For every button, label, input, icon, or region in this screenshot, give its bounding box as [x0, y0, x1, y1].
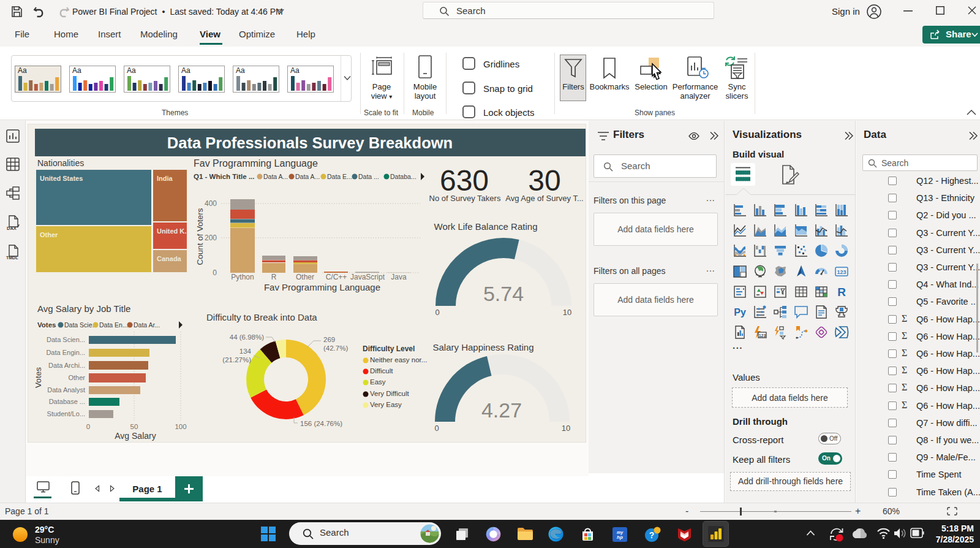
svg-text:Student/Lo...: Student/Lo...	[47, 410, 85, 417]
svg-text:Data Engin...: Data Engin...	[46, 349, 85, 356]
svg-text:269: 269	[323, 336, 335, 343]
svg-text:Votes: Votes	[34, 367, 43, 388]
svg-text:Nationalities: Nationalities	[37, 158, 84, 168]
svg-text:50: 50	[130, 423, 138, 430]
svg-text:United States: United States	[40, 175, 83, 182]
svg-text:R: R	[271, 273, 277, 281]
svg-text:TMDL: TMDL	[6, 256, 18, 260]
svg-text:Data Scie...: Data Scie...	[64, 321, 97, 329]
svg-text:C/C++: C/C++	[326, 273, 347, 281]
svg-text:Data Ar...: Data Ar...	[134, 321, 160, 329]
svg-text:Avg Salary by Job Title: Avg Salary by Job Title	[37, 303, 130, 314]
svg-text:United K...: United K...	[157, 227, 190, 235]
svg-text:Data E...: Data E...	[327, 173, 352, 180]
svg-text:Fav Programming Language: Fav Programming Language	[194, 158, 318, 169]
svg-text:Other: Other	[68, 374, 85, 381]
svg-text:Other: Other	[296, 273, 314, 281]
svg-text:Java: Java	[391, 273, 407, 281]
svg-text:200: 200	[205, 234, 217, 242]
svg-text:100: 100	[175, 423, 186, 430]
svg-text:Data Analyst: Data Analyst	[47, 386, 85, 394]
svg-text:Data Archi...: Data Archi...	[48, 362, 85, 369]
svg-text:Python: Python	[231, 273, 254, 281]
svg-text:156 (24.76%): 156 (24.76%)	[300, 420, 342, 427]
svg-text:Very Easy: Very Easy	[370, 401, 402, 408]
svg-text:10: 10	[563, 308, 571, 317]
svg-text:Very Difficult: Very Difficult	[370, 390, 410, 397]
svg-text:India: India	[157, 175, 173, 182]
svg-text:(42.7%): (42.7%)	[323, 344, 348, 352]
svg-text:R: R	[837, 286, 846, 299]
svg-text:Difficult: Difficult	[370, 367, 393, 375]
svg-text:Py: Py	[734, 307, 746, 318]
svg-text:134: 134	[239, 348, 252, 355]
svg-text:Fav Programming Language: Fav Programming Language	[264, 282, 380, 292]
svg-text:Neither easy nor...: Neither easy nor...	[370, 356, 427, 363]
svg-text:Votes: Votes	[37, 321, 56, 329]
svg-text:0: 0	[435, 308, 439, 317]
svg-text:Database ...: Database ...	[49, 398, 85, 405]
svg-text:Salary Happiness Rating: Salary Happiness Rating	[432, 342, 533, 352]
svg-text:DAX: DAX	[7, 226, 17, 231]
svg-text:0: 0	[213, 268, 217, 277]
svg-text:5.74: 5.74	[483, 282, 524, 305]
svg-text:Avg Salary: Avg Salary	[115, 431, 156, 441]
svg-text:Data Professionals Survey Brea: Data Professionals Survey Breakdown	[167, 134, 453, 151]
svg-text:630: 630	[440, 164, 489, 197]
svg-text:Q1 - Which Title ...: Q1 - Which Title ...	[194, 173, 254, 180]
svg-text:Databa...: Databa...	[390, 173, 417, 180]
svg-text:Work Life Balance Rating: Work Life Balance Rating	[434, 221, 538, 232]
svg-text:Count of Voters: Count of Voters	[195, 208, 205, 265]
svg-text:?: ?	[649, 530, 655, 540]
svg-text:Data A...: Data A...	[295, 173, 320, 180]
svg-text:123: 123	[837, 269, 846, 275]
svg-text:No of Survey Takers: No of Survey Takers	[429, 194, 501, 203]
svg-text:Easy: Easy	[370, 378, 386, 386]
svg-text:4.27: 4.27	[481, 398, 522, 422]
svg-text:Data En...: Data En...	[99, 321, 128, 329]
svg-text:10: 10	[562, 424, 570, 433]
svg-text:123: 123	[759, 333, 766, 338]
svg-text:400: 400	[205, 199, 217, 208]
svg-text:Canada: Canada	[157, 255, 182, 262]
svg-text:Avg Age of Survey T...: Avg Age of Survey T...	[505, 194, 583, 203]
svg-text:JavaScript: JavaScript	[350, 273, 385, 281]
svg-text:Data Scien...: Data Scien...	[47, 336, 85, 343]
svg-text:Data A...: Data A...	[263, 173, 288, 180]
svg-text:0: 0	[86, 423, 90, 430]
svg-text:(21.27%): (21.27%)	[222, 356, 251, 363]
svg-text:0: 0	[434, 424, 439, 433]
svg-text:30: 30	[528, 164, 560, 197]
svg-text:Difficulty to Break into Data: Difficulty to Break into Data	[206, 312, 317, 322]
svg-text:44 (6.98%): 44 (6.98%)	[230, 333, 264, 341]
svg-text:Other: Other	[40, 231, 58, 238]
svg-text:hp: hp	[617, 535, 623, 540]
svg-text:Data ...: Data ...	[358, 173, 379, 180]
svg-text:Difficulty Level: Difficulty Level	[363, 344, 415, 353]
